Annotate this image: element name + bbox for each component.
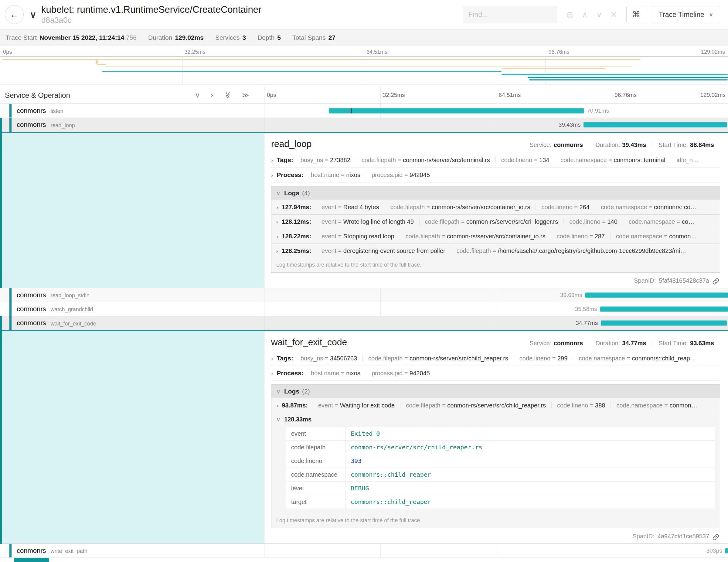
- logs-list: ›93.87ms:event = Waiting for exit codeco…: [271, 398, 720, 413]
- keyboard-shortcuts-button[interactable]: ⌘: [626, 6, 646, 23]
- span-detail-title: wait_for_exit_code: [271, 337, 347, 347]
- detail-service: Service:conmonrs: [523, 141, 589, 148]
- kv-pair: code.filepath = conmon-rs/server/src/con…: [385, 204, 536, 210]
- log-entry[interactable]: ›128.22ms:event = Stopping read loopcode…: [271, 229, 720, 244]
- log-timestamp: 128.12ms:: [282, 218, 311, 225]
- collapse-all-icon[interactable]: ≫: [223, 92, 231, 99]
- view-selector-button[interactable]: Trace Timeline ∨: [652, 6, 720, 23]
- span-bar[interactable]: [601, 321, 727, 326]
- tags-row[interactable]: › Tags: busy_ns = 34506763code.filepath …: [271, 351, 720, 366]
- service-name: conmonrs: [17, 291, 46, 299]
- span-name-cell[interactable]: conmonrs listen: [0, 104, 264, 118]
- kv-pair: event = Wrote log line of length 49: [316, 218, 419, 225]
- link-icon[interactable]: [712, 533, 719, 541]
- operation-name: read_loop_stdin: [51, 292, 90, 299]
- span-bar[interactable]: [585, 292, 728, 298]
- span-name-cell[interactable]: conmonrs write_exit_path: [0, 544, 264, 557]
- span-name-cell[interactable]: conmonrs read_loop: [2, 118, 264, 132]
- span-timeline-cell[interactable]: 34.77ms: [264, 316, 728, 330]
- kv-pair: code.lineno = 134: [495, 157, 555, 163]
- log-entry[interactable]: ›127.94ms:event = Read 4 bytescode.filep…: [271, 200, 720, 214]
- span-row-read-loop[interactable]: conmonrs read_loop 39.43ms: [2, 118, 728, 133]
- prev-match-icon[interactable]: ∧: [582, 10, 588, 19]
- operation-name: read_loop: [51, 122, 75, 129]
- kv-pair: host.name = nixos: [305, 172, 366, 178]
- expand-all-icon[interactable]: ≫: [242, 91, 249, 99]
- logs-label: Logs: [284, 388, 299, 395]
- span-id-row: SpanID: 4a947cfd1ce59537: [271, 528, 720, 540]
- time-tick: 96.76ms: [614, 92, 637, 98]
- time-tick: 96.76ms: [549, 49, 570, 55]
- detail-service: Service:conmonrs: [523, 340, 589, 347]
- chevron-right-icon: ›: [276, 402, 278, 409]
- back-button[interactable]: ←: [5, 5, 24, 24]
- child-span-marker: [351, 108, 352, 113]
- kv-pair: process.pid = 942045: [366, 370, 435, 376]
- logs-header[interactable]: ∨ Logs (4): [271, 186, 720, 200]
- log-field-row: targetconmonrs::child_reaper: [286, 495, 715, 509]
- kv-pair: event = Waiting for exit code: [313, 402, 400, 409]
- detail-left-panel: [2, 331, 264, 543]
- span-name-cell[interactable]: conmonrs watch_grandchild: [0, 302, 264, 316]
- log-timestamp: 128.22ms:: [282, 233, 311, 240]
- service-color-bar: [9, 302, 12, 316]
- minimap-span-line: [2, 59, 640, 60]
- link-icon[interactable]: [712, 278, 719, 285]
- log-field-row: levelDEBUG: [286, 482, 715, 495]
- locate-match-icon[interactable]: ◎: [566, 10, 573, 19]
- span-bar[interactable]: [725, 548, 728, 553]
- logs-footnote: Log timestamps are relative to the start…: [271, 514, 720, 528]
- span-row-listen[interactable]: conmonrs listen 70.91ms: [0, 104, 728, 118]
- span-timeline-cell[interactable]: 303μs: [264, 544, 728, 557]
- log-field-row: code.lineno393: [286, 454, 715, 468]
- span-row-wait-for-exit-code[interactable]: conmonrs wait_for_exit_code 34.77ms: [2, 316, 728, 331]
- span-row-watch-grandchild[interactable]: conmonrs watch_grandchild 35.58ms: [0, 302, 728, 316]
- log-fields: event = Stopping read loopcode.filepath …: [316, 233, 702, 240]
- process-list: host.name = nixosprocess.pid = 942045: [305, 172, 435, 179]
- span-timeline-cell[interactable]: 70.91ms: [264, 104, 728, 118]
- log-expanded-header[interactable]: ∨ 128.33ms: [276, 416, 715, 423]
- log-fields: event = Read 4 bytescode.filepath = conm…: [316, 204, 702, 211]
- expanded-span-read-loop: conmonrs read_loop 39.43ms read_loop Ser…: [0, 118, 728, 288]
- log-entry-expanded[interactable]: ∨ 128.33ms eventExited 0code.filepathcon…: [271, 413, 720, 514]
- process-row[interactable]: › Process: host.name = nixosprocess.pid …: [271, 366, 720, 381]
- log-fields: event = Waiting for exit codecode.filepa…: [313, 402, 703, 409]
- span-timeline-cell[interactable]: 39.43ms: [264, 118, 728, 132]
- find-input[interactable]: [463, 6, 557, 23]
- detail-left-panel: [2, 133, 264, 288]
- span-bar[interactable]: [329, 108, 584, 113]
- tags-row[interactable]: › Tags: busy_ns = 273882code.filepath = …: [271, 153, 720, 168]
- span-row-write-exit-path[interactable]: conmonrs write_exit_path 303μs: [0, 544, 728, 558]
- service-name: conmonrs: [17, 121, 46, 129]
- logs-section: ∨ Logs (4) ›127.94ms:event = Read 4 byte…: [271, 186, 720, 273]
- span-timeline-cell[interactable]: 35.58ms: [264, 302, 728, 316]
- process-row[interactable]: › Process: host.name = nixosprocess.pid …: [271, 168, 720, 182]
- detail-start-time: Start Time:93.63ms: [652, 340, 720, 347]
- span-bar[interactable]: [600, 306, 728, 312]
- collapse-one-icon[interactable]: ∨: [195, 91, 200, 99]
- clear-search-icon[interactable]: ✕: [611, 10, 617, 19]
- log-field-row: eventExited 0: [286, 427, 715, 441]
- tags-label: Tags:: [277, 355, 293, 362]
- collapse-trace-header-button[interactable]: ∨: [30, 9, 36, 20]
- span-name-cell[interactable]: conmonrs read_loop_stdin: [0, 288, 264, 302]
- span-name-cell[interactable]: conmonrs wait_for_exit_code: [2, 316, 264, 330]
- logs-footnote: Log timestamps are relative to the start…: [271, 258, 720, 272]
- expand-one-icon[interactable]: ›: [211, 91, 213, 99]
- log-entry[interactable]: ›93.87ms:event = Waiting for exit codeco…: [271, 398, 720, 413]
- next-match-icon[interactable]: ∨: [596, 10, 602, 19]
- kv-pair: idle_n…: [671, 157, 704, 163]
- span-bar[interactable]: [583, 122, 727, 128]
- log-entry[interactable]: ›128.12ms:event = Wrote log line of leng…: [271, 214, 720, 229]
- operation-name: wait_for_exit_code: [51, 321, 96, 327]
- kv-pair: code.filepath = conmon-rs/server/src/con…: [400, 233, 551, 240]
- log-entry[interactable]: ›128.25ms:event = deregistering event so…: [271, 244, 720, 258]
- app-header: ← ∨ kubelet: runtime.v1.RuntimeService/C…: [0, 0, 728, 29]
- logs-header[interactable]: ∨ Logs (2): [271, 385, 720, 398]
- detail-start-time: Start Time:88.84ms: [652, 141, 720, 148]
- span-timeline-cell[interactable]: 39.69ms: [264, 288, 728, 302]
- span-row-read-loop-stdin[interactable]: conmonrs read_loop_stdin 39.69ms: [0, 288, 728, 302]
- trace-minimap[interactable]: [0, 56, 728, 84]
- logs-list: ›127.94ms:event = Read 4 bytescode.filep…: [271, 200, 720, 258]
- kv-pair: code.lineno = 140: [563, 218, 623, 225]
